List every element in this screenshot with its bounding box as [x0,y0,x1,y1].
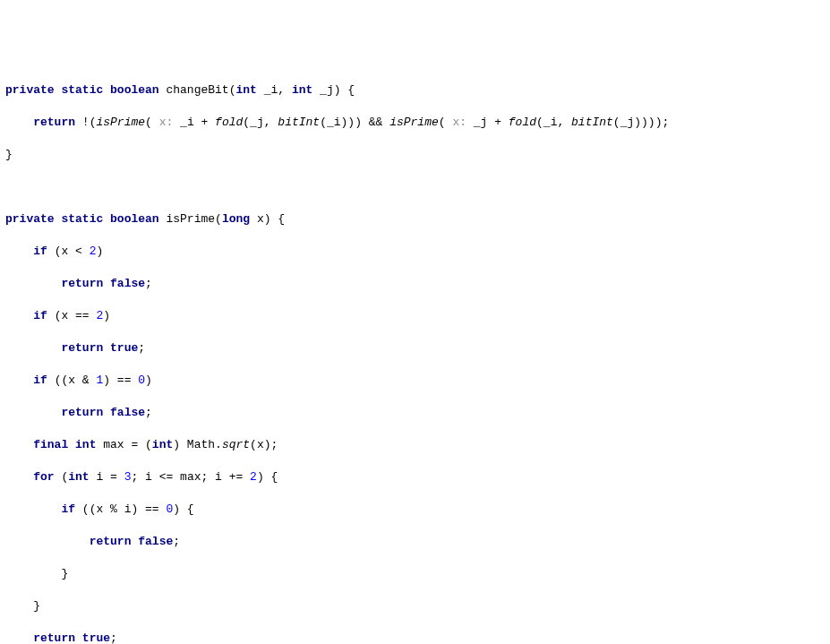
code-line[interactable] [5,179,830,195]
code-line[interactable]: for (int i = 3; i <= max; i += 2) { [5,469,830,485]
code-line[interactable]: return false; [5,276,830,292]
code-line[interactable]: return false; [5,534,830,550]
parameter-hint: x: [446,116,474,129]
code-line[interactable]: return true; [5,631,830,644]
code-line[interactable]: final int max = (int) Math.sqrt(x); [5,437,830,453]
code-line[interactable]: } [5,147,830,163]
parameter-hint: x: [152,116,180,129]
code-line[interactable]: return true; [5,340,830,356]
code-line[interactable]: } [5,598,830,614]
code-line[interactable]: if ((x & 1) == 0) [5,373,830,389]
code-line[interactable]: private static boolean changeBit(int _i,… [5,82,830,99]
code-editor[interactable]: private static boolean changeBit(int _i,… [0,64,830,644]
code-line[interactable]: return !(isPrime( x: _i + fold(_j, bitIn… [5,115,830,131]
code-line[interactable]: if (x < 2) [5,244,830,260]
code-line[interactable]: if ((x % i) == 0) { [5,502,830,518]
code-line[interactable]: if (x == 2) [5,308,830,324]
code-line[interactable]: } [5,566,830,582]
code-line[interactable]: private static boolean isPrime(long x) { [5,211,830,228]
code-line[interactable]: return false; [5,405,830,421]
